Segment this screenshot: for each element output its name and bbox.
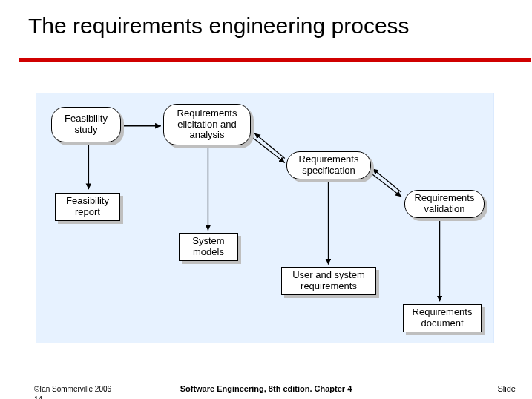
slide: The requirements engineering process — [0, 0, 532, 399]
svg-line-4 — [372, 168, 401, 192]
box-req-elicitation: Requirementselicitation andanalysis — [163, 104, 251, 145]
diagram-area: Feasibilitystudy Requirementselicitation… — [36, 93, 494, 343]
box-system-models: Systemmodels — [179, 233, 238, 261]
slide-title: The requirements engineering process — [28, 13, 410, 39]
svg-line-3 — [369, 171, 401, 197]
box-user-system-req: User and systemrequirements — [281, 267, 376, 295]
box-feasibility-study: Feasibilitystudy — [51, 107, 121, 142]
footer-left-truncated: 14 — [34, 395, 42, 399]
footer-right: Slide — [498, 384, 516, 393]
title-underline — [19, 58, 531, 62]
box-req-specification: Requirementsspecification — [286, 151, 371, 179]
svg-line-2 — [254, 133, 285, 159]
footer-center: Software Engineering, 8th edition. Chapt… — [0, 384, 532, 393]
box-feasibility-report: Feasibilityreport — [55, 193, 120, 221]
box-req-validation: Requirementsvalidation — [404, 190, 485, 218]
svg-line-1 — [251, 136, 285, 163]
box-req-document: Requirementsdocument — [403, 304, 482, 332]
